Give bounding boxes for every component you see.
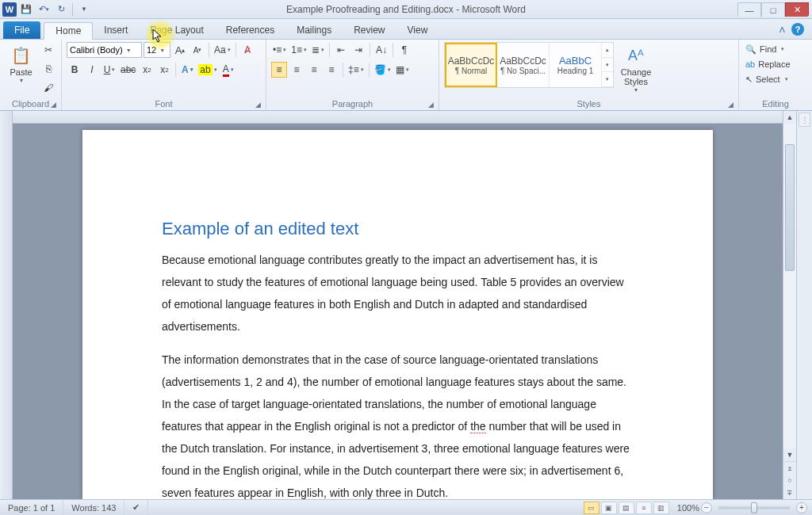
status-page[interactable]: Page: 1 of 1: [0, 500, 63, 515]
view-web-icon[interactable]: ▤: [619, 502, 634, 514]
help-icon[interactable]: ?: [791, 23, 804, 36]
maximize-button[interactable]: □: [761, 2, 785, 17]
tab-mailings[interactable]: Mailings: [285, 21, 343, 39]
next-page-icon[interactable]: ∓: [783, 486, 796, 499]
numbering-icon[interactable]: 1≡▾: [289, 42, 308, 58]
tab-home[interactable]: Home: [44, 22, 93, 40]
browse-object-icon[interactable]: ○: [783, 474, 796, 486]
superscript-button[interactable]: x2: [156, 62, 172, 78]
vertical-scrollbar[interactable]: ▲ ▼ ± ○ ∓: [783, 111, 796, 499]
side-panel: ⋮: [796, 111, 812, 499]
align-right-button[interactable]: ≡: [306, 62, 322, 78]
dialog-launcher-icon[interactable]: ◢: [51, 101, 56, 109]
group-font: Calibri (Body)▼ 12▼ A▴ A▾ Aa▾ A̷ B I U▾ …: [62, 40, 266, 110]
shrink-font-icon[interactable]: A▾: [190, 42, 205, 58]
view-full-screen-icon[interactable]: ▣: [601, 502, 617, 514]
replace-button[interactable]: abReplace: [744, 57, 792, 71]
dialog-launcher-icon[interactable]: ◢: [728, 101, 733, 109]
bullets-icon[interactable]: •≡▾: [271, 42, 288, 58]
styles-gallery[interactable]: AaBbCcDc ¶ Normal AaBbCcDc ¶ No Spaci...…: [444, 42, 614, 88]
highlight-icon[interactable]: ab▾: [197, 62, 218, 78]
tab-file[interactable]: File: [3, 21, 40, 39]
replace-icon: ab: [745, 59, 755, 69]
tab-insert[interactable]: Insert: [93, 21, 139, 39]
panel-handle-icon[interactable]: ⋮: [799, 113, 810, 127]
zoom-out-button[interactable]: −: [701, 502, 712, 513]
scroll-down-icon[interactable]: ▼: [783, 448, 796, 461]
dialog-launcher-icon[interactable]: ◢: [255, 101, 261, 109]
horizontal-ruler[interactable]: [13, 111, 783, 124]
minimize-button[interactable]: —: [737, 2, 761, 17]
qat-customize-icon[interactable]: ▼: [76, 2, 92, 17]
strikethrough-button[interactable]: abc: [119, 62, 137, 78]
subscript-button[interactable]: x2: [139, 62, 155, 78]
grow-font-icon[interactable]: A▴: [172, 42, 188, 58]
cut-icon[interactable]: ✂: [40, 42, 56, 58]
underline-button[interactable]: U▾: [102, 62, 117, 78]
align-left-button[interactable]: ≡: [271, 62, 287, 78]
font-color-icon[interactable]: A▾: [220, 62, 236, 78]
page[interactable]: Example of an edited text Because emotio…: [82, 130, 713, 499]
save-icon[interactable]: 💾: [18, 2, 34, 17]
zoom-slider[interactable]: [718, 506, 790, 509]
scroll-thumb[interactable]: [785, 144, 795, 271]
dialog-launcher-icon[interactable]: ◢: [428, 101, 434, 109]
style-normal[interactable]: AaBbCcDc ¶ Normal: [445, 43, 497, 87]
justify-button[interactable]: ≡: [324, 62, 339, 78]
change-case-icon[interactable]: Aa▾: [213, 42, 232, 58]
paste-label: Paste: [10, 67, 32, 77]
status-words[interactable]: Words: 143: [63, 500, 124, 515]
title-bar: W 💾 ↶▾ ↻ ▼ Example Proofreading and Edit…: [0, 0, 812, 19]
paragraph-1: Because emotional language contributes g…: [162, 249, 634, 338]
group-paragraph: •≡▾ 1≡▾ ≣▾ ⇤ ⇥ A↓ ¶ ≡ ≡ ≡ ≡ ‡≡▾ 🪣▾ ▦: [266, 40, 439, 110]
tab-review[interactable]: Review: [343, 21, 396, 39]
redo-icon[interactable]: ↻: [53, 2, 69, 17]
view-outline-icon[interactable]: ≡: [636, 502, 652, 514]
font-name-combo[interactable]: Calibri (Body)▼: [67, 42, 142, 58]
view-draft-icon[interactable]: ▥: [653, 502, 669, 514]
shading-icon[interactable]: 🪣▾: [373, 62, 393, 78]
window-buttons: — □ ✕: [737, 2, 812, 17]
style-label: ¶ Normal: [455, 67, 487, 75]
decrease-indent-icon[interactable]: ⇤: [333, 42, 349, 58]
font-size-combo[interactable]: 12▼: [144, 42, 170, 58]
italic-button[interactable]: I: [84, 62, 100, 78]
group-styles: AaBbCcDc ¶ Normal AaBbCcDc ¶ No Spaci...…: [439, 40, 739, 110]
increase-indent-icon[interactable]: ⇥: [350, 42, 366, 58]
clear-formatting-icon[interactable]: A̷: [239, 42, 255, 58]
style-heading1[interactable]: AaBbC Heading 1: [550, 43, 602, 87]
close-button[interactable]: ✕: [785, 2, 809, 17]
status-proofing-icon[interactable]: ✔: [124, 500, 148, 515]
view-print-layout-icon[interactable]: ▭: [584, 502, 599, 514]
zoom-in-button[interactable]: +: [796, 502, 807, 513]
sort-icon[interactable]: A↓: [373, 42, 389, 58]
line-spacing-icon[interactable]: ‡≡▾: [347, 62, 366, 78]
text-effects-icon[interactable]: A▾: [179, 62, 195, 78]
find-button[interactable]: 🔍Find▾: [744, 42, 792, 56]
tab-view[interactable]: View: [396, 21, 439, 39]
find-icon: 🔍: [745, 44, 756, 55]
zoom-knob[interactable]: [751, 502, 757, 513]
select-button[interactable]: ↖Select▾: [744, 72, 792, 86]
align-center-button[interactable]: ≡: [289, 62, 304, 78]
show-marks-icon[interactable]: ¶: [396, 42, 412, 58]
copy-icon[interactable]: ⎘: [40, 61, 56, 77]
tab-page-layout[interactable]: Page Layout: [139, 21, 214, 39]
zoom-level[interactable]: 100%: [677, 503, 699, 513]
change-styles-button[interactable]: Aᴬ Change Styles ▾: [617, 42, 655, 95]
tab-references[interactable]: References: [215, 21, 285, 39]
minimize-ribbon-icon[interactable]: ꓥ: [779, 25, 785, 34]
borders-icon[interactable]: ▦▾: [394, 62, 411, 78]
scroll-up-icon[interactable]: ▲: [783, 111, 796, 124]
spellcheck-underline[interactable]: the: [470, 420, 485, 433]
style-no-spacing[interactable]: AaBbCcDc ¶ No Spaci...: [497, 43, 550, 87]
paste-button[interactable]: 📋 Paste ▾: [5, 42, 37, 86]
document-canvas[interactable]: Example of an edited text Because emotio…: [13, 124, 783, 499]
vertical-ruler[interactable]: [0, 111, 13, 499]
format-painter-icon[interactable]: 🖌: [40, 80, 56, 96]
styles-more-icon[interactable]: ▴▾▾: [602, 43, 613, 87]
bold-button[interactable]: B: [67, 62, 82, 78]
undo-icon[interactable]: ↶▾: [36, 2, 52, 17]
prev-page-icon[interactable]: ±: [783, 461, 796, 474]
multilevel-list-icon[interactable]: ≣▾: [310, 42, 326, 58]
